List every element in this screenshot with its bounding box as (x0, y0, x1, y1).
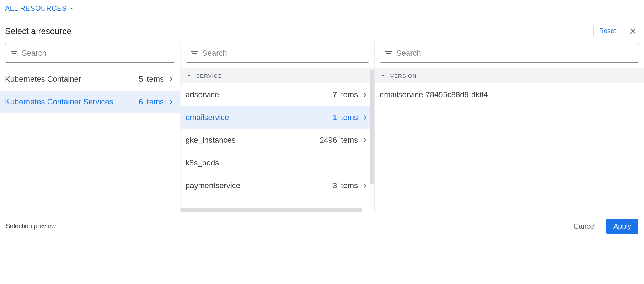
header-actions: Reset (593, 25, 639, 37)
item-label: k8s_pods (186, 158, 369, 168)
column-resource-type: Kubernetes Container 5 items Kubernetes … (0, 41, 181, 212)
footer-actions: Cancel Apply (569, 219, 638, 234)
scrollbar-vertical[interactable] (369, 70, 374, 206)
apply-button[interactable]: Apply (606, 219, 638, 234)
columns: Kubernetes Container 5 items Kubernetes … (0, 41, 644, 212)
version-list: emailservice-78455c88d9-dktl4 (375, 83, 644, 212)
footer: Selection preview Cancel Apply (0, 212, 644, 240)
dropdown-label: ALL RESOURCES (5, 4, 67, 12)
item-label: emailservice (186, 113, 333, 122)
section-label: VERSION (390, 73, 417, 79)
chevron-right-icon (167, 75, 175, 83)
search-input[interactable] (22, 49, 171, 58)
list-item[interactable]: gke_instances 2496 items (181, 129, 374, 152)
column-service: SERVICE adservice 7 items emailservice 1… (181, 41, 375, 212)
search-wrap (181, 41, 374, 68)
item-label: Kubernetes Container Services (5, 97, 139, 106)
selection-preview-label: Selection preview (6, 223, 56, 230)
header-row: Select a resource Reset (0, 18, 644, 41)
search-field[interactable] (186, 44, 369, 63)
search-input[interactable] (202, 49, 365, 58)
list-item[interactable]: adservice 7 items (181, 83, 374, 106)
scrollbar-thumb[interactable] (370, 70, 374, 184)
chevron-right-icon (361, 181, 369, 190)
list-item[interactable]: paymentservice 3 items (181, 174, 374, 197)
item-count: 1 items (333, 113, 358, 122)
close-button[interactable] (627, 25, 639, 37)
all-resources-dropdown[interactable]: ALL RESOURCES (5, 4, 74, 12)
close-icon (628, 27, 638, 36)
top-bar: ALL RESOURCES (0, 0, 644, 18)
service-list: adservice 7 items emailservice 1 items g… (181, 83, 374, 212)
item-label: gke_instances (186, 136, 320, 145)
chevron-down-icon (380, 72, 387, 79)
item-label: paymentservice (186, 181, 333, 190)
search-wrap (375, 41, 644, 68)
search-field[interactable] (5, 44, 175, 63)
section-header-version[interactable]: VERSION (375, 68, 644, 83)
filter-icon (384, 49, 393, 58)
resource-type-list: Kubernetes Container 5 items Kubernetes … (0, 68, 180, 212)
search-input[interactable] (396, 49, 634, 58)
section-header-service[interactable]: SERVICE (181, 68, 374, 83)
list-item[interactable]: Kubernetes Container Services 6 items (0, 91, 180, 113)
item-count: 3 items (333, 181, 358, 190)
filter-icon (190, 49, 199, 58)
search-field[interactable] (380, 44, 639, 63)
item-count: 7 items (333, 90, 358, 99)
filter-icon (10, 49, 18, 58)
chevron-down-icon (186, 72, 193, 79)
list-item[interactable]: emailservice-78455c88d9-dktl4 (375, 83, 644, 106)
list-item[interactable]: Kubernetes Container 5 items (0, 68, 180, 91)
reset-button[interactable]: Reset (593, 25, 622, 37)
chevron-right-icon (361, 136, 369, 144)
scrollbar-horizontal[interactable] (181, 208, 362, 212)
item-label: Kubernetes Container (5, 75, 139, 84)
list-item[interactable]: k8s_pods (181, 152, 374, 174)
item-label: adservice (186, 90, 333, 99)
page-title: Select a resource (5, 26, 71, 36)
chevron-right-icon (167, 98, 175, 106)
item-count: 2496 items (320, 136, 358, 145)
list-item[interactable]: emailservice 1 items (181, 106, 374, 129)
section-label: SERVICE (196, 73, 222, 79)
column-version: VERSION emailservice-78455c88d9-dktl4 (375, 41, 644, 212)
search-wrap (0, 41, 180, 68)
chevron-right-icon (361, 113, 369, 122)
cancel-button[interactable]: Cancel (569, 219, 600, 233)
item-label: emailservice-78455c88d9-dktl4 (380, 90, 639, 99)
caret-down-icon (69, 6, 74, 11)
item-count: 5 items (139, 75, 164, 84)
chevron-right-icon (361, 91, 369, 99)
item-count: 6 items (139, 97, 164, 106)
